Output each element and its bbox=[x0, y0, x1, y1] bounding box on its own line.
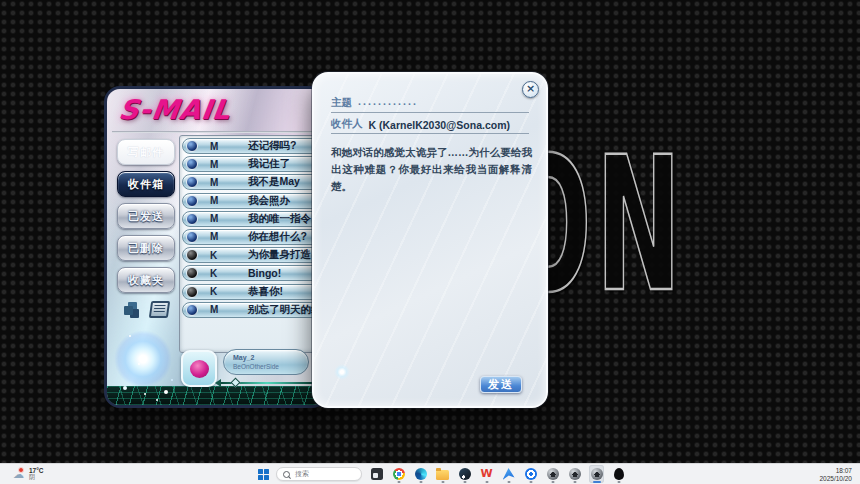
running-indicator bbox=[397, 481, 400, 483]
sender-avatar-icon bbox=[186, 176, 198, 188]
edge-icon[interactable] bbox=[413, 465, 428, 483]
mail-sidebar: 写邮件 收件箱 已发送 已删除 收藏夹 bbox=[114, 139, 178, 299]
wps-icon[interactable] bbox=[479, 465, 494, 483]
mail-subject: 为你量身打造 bbox=[248, 248, 311, 262]
recipient-label: 收件人 bbox=[331, 117, 363, 131]
start-button-icon[interactable] bbox=[258, 469, 269, 480]
sender-avatar-icon bbox=[186, 286, 198, 298]
mail-app-window: S-MAIL 写邮件 收件箱 已发送 已删除 收藏夹 M 还记得吗? bbox=[104, 86, 328, 408]
sidebar-item-compose[interactable]: 写邮件 bbox=[117, 139, 175, 165]
profile-status: BeOnOtherSide bbox=[233, 363, 308, 371]
pet-creature-icon bbox=[190, 360, 209, 378]
sender-avatar-icon bbox=[186, 304, 198, 316]
mail-list-item[interactable]: M 我会照办 bbox=[182, 193, 324, 209]
explorer-icon[interactable] bbox=[435, 465, 450, 483]
blocks-icon[interactable] bbox=[124, 302, 142, 318]
message-body[interactable]: 和她对话的感觉太诡异了……为什么要给我出这种难题？你最好出来给我当面解释清楚。 bbox=[331, 144, 532, 194]
search-input[interactable]: 搜索 bbox=[276, 467, 362, 481]
taskview-icon[interactable] bbox=[369, 465, 384, 483]
weather-widget[interactable]: ☁ 17°C 阴 bbox=[13, 465, 44, 483]
sender-avatar-icon bbox=[186, 231, 198, 243]
steam-icon[interactable] bbox=[457, 465, 472, 483]
app-glyph bbox=[614, 468, 624, 480]
running-indicator bbox=[573, 481, 576, 483]
clock-time: 18:07 bbox=[819, 467, 852, 475]
sidebar-item-label: 已发送 bbox=[128, 209, 164, 224]
clock-date: 2025/10/20 bbox=[819, 475, 852, 483]
sender-avatar-icon bbox=[186, 267, 198, 279]
sender-avatar-icon bbox=[186, 195, 198, 207]
black-blob-icon[interactable] bbox=[611, 465, 626, 483]
mail-list-item[interactable]: M 别忘了明天的约会 bbox=[182, 302, 324, 318]
mail-list-item[interactable]: K Bingo! bbox=[182, 265, 324, 281]
weather-text: 17°C 阴 bbox=[29, 467, 44, 481]
search-icon bbox=[283, 471, 290, 478]
sidebar-item-inbox[interactable]: 收件箱 bbox=[117, 171, 175, 197]
mail-subject: 恭喜你! bbox=[248, 285, 283, 299]
header-divider bbox=[112, 131, 320, 133]
running-indicator bbox=[593, 481, 601, 483]
app-glyph bbox=[525, 468, 537, 480]
sidebar-tools bbox=[114, 301, 178, 318]
mail-list-item[interactable]: M 你在想什么? bbox=[182, 229, 324, 245]
bird-icon[interactable] bbox=[501, 465, 516, 483]
running-indicator bbox=[463, 481, 466, 483]
app-glyph bbox=[415, 468, 427, 480]
sender-initial: K bbox=[210, 286, 224, 297]
sender-initial: M bbox=[210, 304, 224, 315]
subject-row[interactable]: 主题 ············ bbox=[331, 96, 529, 113]
sparkle-decoration bbox=[129, 335, 131, 337]
sparkle-decoration bbox=[334, 364, 350, 380]
mail-list-item[interactable]: M 我记住了 bbox=[182, 156, 324, 172]
notepad-icon[interactable] bbox=[148, 301, 169, 318]
weather-cloud-icon: ☁ bbox=[13, 468, 26, 481]
donut-icon[interactable] bbox=[523, 465, 538, 483]
mail-subject: 我的唯一指令 bbox=[248, 212, 311, 226]
sender-initial: M bbox=[210, 231, 224, 242]
chrome-icon[interactable] bbox=[391, 465, 406, 483]
sender-initial: M bbox=[210, 195, 224, 206]
app-glyph bbox=[459, 468, 471, 480]
mail-subject: 我不是May bbox=[248, 175, 300, 189]
sidebar-item-sent[interactable]: 已发送 bbox=[117, 203, 175, 229]
running-indicator bbox=[419, 481, 422, 483]
mail-list-item[interactable]: M 还记得吗? bbox=[182, 138, 324, 154]
mail-subject: 我会照办 bbox=[248, 194, 290, 208]
weather-condition: 阴 bbox=[29, 474, 44, 481]
sidebar-item-label: 已删除 bbox=[128, 241, 164, 256]
game2-icon[interactable] bbox=[567, 465, 582, 483]
app-glyph bbox=[547, 468, 559, 480]
clock[interactable]: 18:07 2025/10/20 bbox=[819, 467, 852, 484]
mail-subject: Bingo! bbox=[248, 267, 281, 279]
app-glyph bbox=[503, 468, 515, 480]
sidebar-item-favorites[interactable]: 收藏夹 bbox=[117, 267, 175, 293]
mail-subject: 还记得吗? bbox=[248, 139, 296, 153]
mail-subject: 你在想什么? bbox=[248, 230, 307, 244]
sender-initial: M bbox=[210, 141, 224, 152]
sender-initial: M bbox=[210, 213, 224, 224]
app-glyph bbox=[591, 468, 603, 480]
mail-list-item[interactable]: K 恭喜你! bbox=[182, 284, 324, 300]
mail-list-item[interactable]: K 为你量身打造 bbox=[182, 247, 324, 263]
running-indicator bbox=[507, 481, 510, 483]
close-icon[interactable]: × bbox=[522, 81, 539, 98]
profile-avatar[interactable] bbox=[181, 350, 217, 387]
slider-thumb[interactable] bbox=[231, 378, 241, 388]
game1-icon[interactable] bbox=[545, 465, 560, 483]
mail-list-item[interactable]: M 我的唯一指令 bbox=[182, 211, 324, 227]
mail-list-item[interactable]: M 我不是May bbox=[182, 174, 324, 190]
profile-slider[interactable] bbox=[215, 378, 319, 387]
sender-initial: K bbox=[210, 250, 224, 261]
app-glyph bbox=[371, 468, 383, 480]
recipient-value: K (KarnelK2030@Sona.com) bbox=[369, 119, 511, 131]
running-indicator bbox=[441, 481, 444, 483]
profile-pill[interactable]: May_2 BeOnOtherSide bbox=[223, 349, 309, 375]
search-placeholder: 搜索 bbox=[295, 469, 309, 479]
sidebar-item-label: 写邮件 bbox=[128, 145, 164, 160]
taskbar: ☁ 17°C 阴 搜索 bbox=[0, 463, 860, 484]
mail-list: M 还记得吗? M 我记住了 M 我不是May M 我会照办 M 我的唯一指令 bbox=[179, 135, 327, 353]
send-button[interactable]: 发送 bbox=[480, 376, 522, 393]
game3-icon[interactable] bbox=[589, 465, 604, 483]
recipient-row[interactable]: 收件人 K (KarnelK2030@Sona.com) bbox=[331, 117, 529, 134]
sidebar-item-deleted[interactable]: 已删除 bbox=[117, 235, 175, 261]
